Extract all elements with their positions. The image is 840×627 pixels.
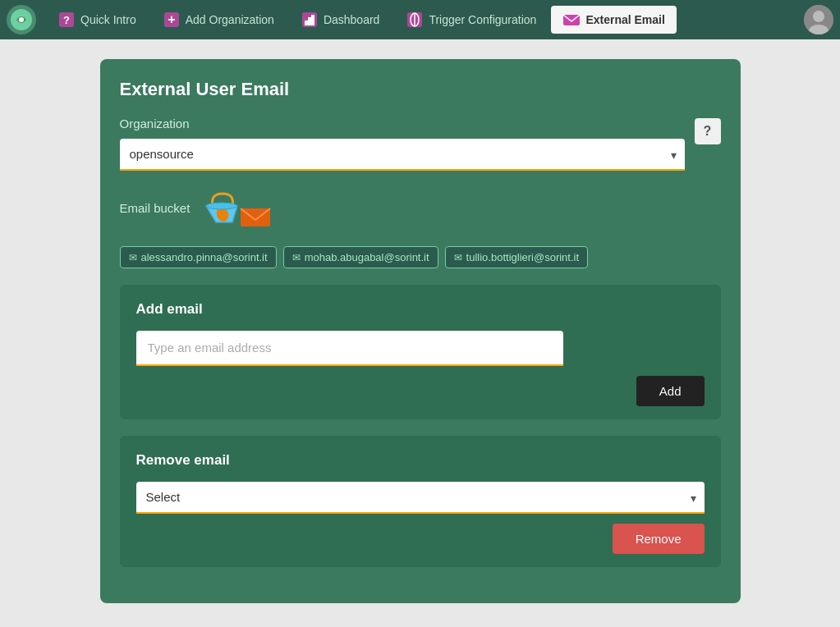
svg-point-19 [206,203,237,209]
nav-item-external-email[interactable]: External Email [551,6,677,34]
user-avatar[interactable] [804,5,833,34]
svg-rect-9 [311,15,314,25]
nav-item-add-organization[interactable]: + Add Organization [151,6,286,34]
nav-label-trigger-configuration: Trigger Configuration [429,13,536,26]
help-button[interactable]: ? [695,118,721,144]
add-email-heading: Add email [136,301,705,318]
flying-envelope-svg [239,202,276,231]
nav-item-dashboard[interactable]: Dashboard [289,6,392,34]
dashboard-icon [301,11,319,29]
email-bucket-label: Email bucket [120,201,190,215]
email-tag-address-0: alessandro.pinna@sorint.it [141,251,268,263]
nav-label-external-email: External Email [585,13,665,26]
bucket-illustration [198,187,288,236]
trigger-icon [406,11,424,29]
nav-label-quick-intro: Quick Intro [80,13,136,26]
svg-rect-8 [308,17,311,25]
email-tag-icon-0: ✉ [129,252,137,263]
organization-select-container: opensource [120,139,685,171]
email-bucket-header: Email bucket [120,187,721,236]
page-title: External User Email [120,79,721,100]
email-tag-address-2: tullio.bottiglieri@sorint.it [466,251,579,263]
external-user-email-card: External User Email Organization opensou… [100,59,741,603]
nav-item-quick-intro[interactable]: ? Quick Intro [46,6,148,34]
email-tags: ✉ alessandro.pinna@sorint.it ✉ mohab.abu… [120,246,721,268]
svg-point-15 [813,11,824,22]
nav-label-dashboard: Dashboard [324,13,380,26]
remove-email-select[interactable]: Select [136,482,705,514]
svg-text:?: ? [63,14,70,26]
email-bucket-section: Email bucket [120,187,721,268]
svg-point-1 [19,17,24,22]
remove-email-select-wrap: Select [136,482,705,514]
add-email-section: Add email Add [120,285,721,419]
email-input-wrap [136,331,705,366]
remove-email-heading: Remove email [136,452,705,469]
remove-button-row: Remove [136,524,705,554]
main-content: External User Email Organization opensou… [0,39,840,623]
email-tag-1[interactable]: ✉ mohab.abugabal@sorint.it [283,246,438,268]
email-input[interactable] [136,331,563,366]
organization-label: Organization [120,117,685,130]
add-button-row: Add [136,376,705,406]
nav-label-add-organization: Add Organization [186,13,274,26]
svg-text:+: + [168,12,175,26]
paint-bucket-svg [198,190,243,235]
app-logo [7,5,36,34]
navbar: ? Quick Intro + Add Organization Dashboa… [0,0,840,39]
quick-intro-icon: ? [57,11,76,29]
email-tag-icon-2: ✉ [454,252,462,263]
add-button[interactable]: Add [636,376,705,406]
external-email-icon [562,11,581,29]
organization-select[interactable]: opensource [120,139,685,171]
remove-button[interactable]: Remove [613,524,705,554]
remove-email-section: Remove email Select Remove [120,436,721,567]
add-organization-icon: + [163,11,181,29]
organization-section: Organization opensource ? [120,117,721,171]
svg-rect-7 [305,21,308,25]
email-tag-0[interactable]: ✉ alessandro.pinna@sorint.it [120,246,277,268]
email-tag-icon-1: ✉ [292,252,301,263]
nav-item-trigger-configuration[interactable]: Trigger Configuration [394,6,548,34]
email-tag-2[interactable]: ✉ tullio.bottiglieri@sorint.it [445,246,588,268]
email-tag-address-1: mohab.abugabal@sorint.it [305,251,429,263]
organization-select-wrap: Organization opensource [120,117,685,171]
